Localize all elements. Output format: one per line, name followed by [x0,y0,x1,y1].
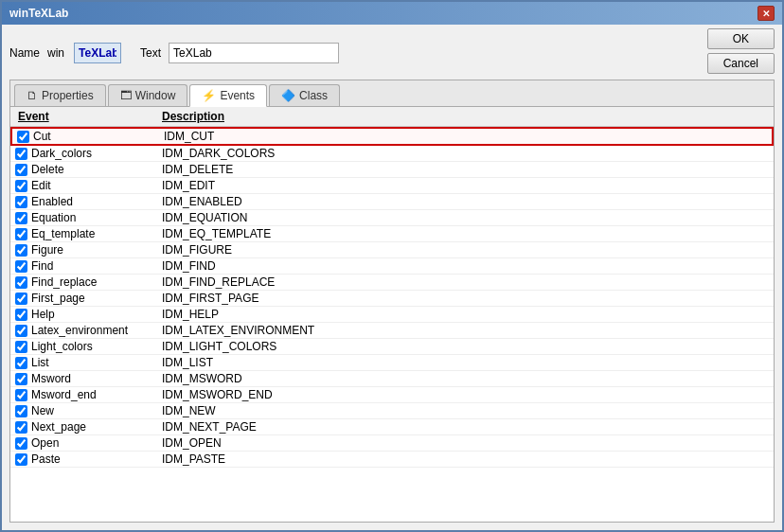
table-row[interactable]: MswordIDM_MSWORD [10,371,774,387]
row-checkbox[interactable] [10,244,31,257]
row-checkbox[interactable] [10,341,31,353]
row-checkbox[interactable] [10,148,31,160]
title-bar: winTeXLab ✕ [2,2,782,25]
table-body[interactable]: CutIDM_CUTDark_colorsIDM_DARK_COLORSDele… [10,127,774,522]
row-description: IDM_CUT [164,130,772,143]
row-event-name: Delete [31,163,162,176]
row-checkbox[interactable] [10,325,31,337]
table-row[interactable]: FindIDM_FIND [10,258,774,275]
close-button[interactable]: ✕ [757,6,775,21]
tab-events[interactable]: ⚡ Events [189,84,267,107]
table-row[interactable]: FigureIDM_FIGURE [10,242,774,258]
row-event-name: Light_colors [31,340,162,353]
table-row[interactable]: DeleteIDM_DELETE [10,162,774,178]
table-row[interactable]: OpenIDM_OPEN [10,435,774,452]
row-checkbox[interactable] [10,293,31,305]
row-description: IDM_FIGURE [162,243,774,257]
table-row[interactable]: NewIDM_NEW [10,403,774,419]
table-row[interactable]: HelpIDM_HELP [10,307,774,323]
class-icon: 🔷 [281,89,295,102]
row-checkbox[interactable] [10,164,31,176]
row-event-name: Help [31,308,162,321]
row-description: IDM_FIND_REPLACE [162,275,774,289]
table-row[interactable]: Latex_environmentIDM_LATEX_ENVIRONMENT [10,323,774,339]
row-description: IDM_MSWORD [162,372,774,385]
row-event-name: List [31,356,162,369]
ok-button[interactable]: OK [707,28,775,49]
table-row[interactable]: Msword_endIDM_MSWORD_END [10,387,774,403]
name-input[interactable] [74,43,121,63]
row-description: IDM_EQUATION [162,211,774,224]
properties-icon: 🗋 [27,89,38,102]
row-checkbox[interactable] [10,405,31,417]
table-row[interactable]: Eq_templateIDM_EQ_TEMPLATE [10,226,774,242]
top-row: Name win Text OK Cancel [9,32,775,74]
text-label: Text [140,46,161,60]
row-checkbox[interactable] [10,389,31,401]
cancel-button[interactable]: Cancel [707,53,775,74]
row-checkbox[interactable] [10,228,31,240]
tab-window-label: Window [135,89,176,102]
table-row[interactable]: EquationIDM_EQUATION [10,210,774,226]
table-row[interactable]: EnabledIDM_ENABLED [10,194,774,210]
row-event-name: Find_replace [31,275,162,289]
action-buttons: OK Cancel [707,28,775,74]
content-area: Name win Text OK Cancel 🗋 Properties 🗔 W… [2,25,782,530]
row-checkbox[interactable] [10,453,31,466]
row-checkbox[interactable] [10,373,31,385]
window-title: winTeXLab [9,7,68,20]
main-window: winTeXLab ✕ Name win Text OK Cancel 🗋 Pr… [0,0,784,532]
row-checkbox[interactable] [10,309,31,321]
row-event-name: Latex_environment [31,324,162,337]
row-checkbox[interactable] [10,276,31,289]
row-checkbox[interactable] [10,180,31,192]
row-checkbox[interactable] [10,260,31,273]
row-description: IDM_LIGHT_COLORS [162,340,774,353]
tab-class[interactable]: 🔷 Class [269,84,340,106]
row-description: IDM_ENABLED [162,195,774,208]
row-event-name: Dark_colors [31,147,162,160]
col-desc-header: Description [162,110,774,123]
table-row[interactable]: ListIDM_LIST [10,355,774,371]
row-event-name: Eq_template [31,227,162,240]
row-event-name: Cut [33,130,164,143]
table-area: Event Description CutIDM_CUTDark_colorsI… [10,107,774,522]
table-row[interactable]: Find_replaceIDM_FIND_REPLACE [10,275,774,291]
table-row[interactable]: First_pageIDM_FIRST_PAGE [10,291,774,307]
table-row[interactable]: Next_pageIDM_NEXT_PAGE [10,419,774,435]
row-checkbox[interactable] [10,357,31,369]
row-checkbox[interactable] [10,196,31,208]
row-description: IDM_EDIT [162,179,774,192]
row-checkbox[interactable] [12,131,33,143]
table-row[interactable]: Light_colorsIDM_LIGHT_COLORS [10,339,774,355]
row-description: IDM_HELP [162,308,774,321]
name-label: Name [9,46,40,60]
events-icon: ⚡ [202,89,216,102]
row-event-name: Edit [31,179,162,192]
row-checkbox[interactable] [10,437,31,450]
row-event-name: Figure [31,243,162,257]
row-description: IDM_DARK_COLORS [162,147,774,160]
row-description: IDM_DELETE [162,163,774,176]
row-event-name: Enabled [31,195,162,208]
row-checkbox[interactable] [10,421,31,434]
table-row[interactable]: PasteIDM_PASTE [10,452,774,468]
row-event-name: Msword [31,372,162,385]
table-row[interactable]: EditIDM_EDIT [10,178,774,194]
tab-properties-label: Properties [42,89,94,102]
row-event-name: Find [31,259,162,273]
table-header: Event Description [10,107,774,127]
row-description: IDM_FIND [162,259,774,273]
tab-properties[interactable]: 🗋 Properties [14,84,106,106]
window-icon: 🗔 [120,89,132,102]
table-row[interactable]: CutIDM_CUT [10,127,774,146]
text-input[interactable] [169,43,339,63]
table-row[interactable]: Dark_colorsIDM_DARK_COLORS [10,146,774,162]
row-description: IDM_MSWORD_END [162,388,774,401]
row-event-name: First_page [31,292,162,305]
row-checkbox[interactable] [10,212,31,224]
tab-window[interactable]: 🗔 Window [108,84,188,106]
row-description: IDM_FIRST_PAGE [162,292,774,305]
row-description: IDM_PASTE [162,452,774,466]
row-description: IDM_LATEX_ENVIRONMENT [162,324,774,337]
